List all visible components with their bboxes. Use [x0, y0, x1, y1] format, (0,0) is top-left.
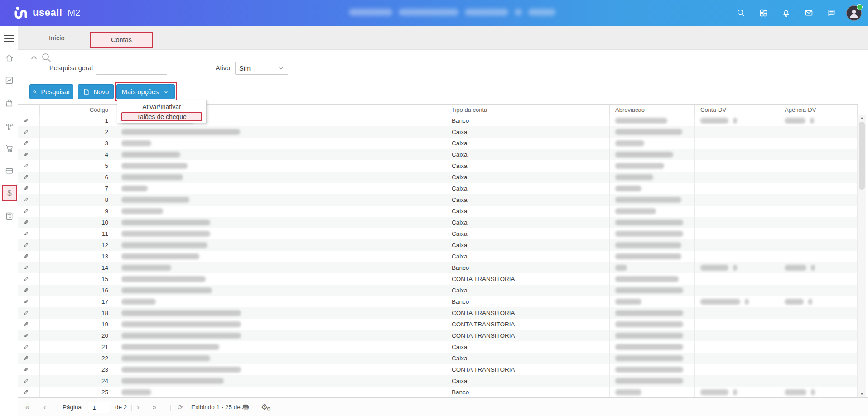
edit-pencil-icon[interactable]: ✎ — [24, 220, 29, 225]
edit-pencil-icon[interactable]: ✎ — [24, 333, 29, 339]
table-row[interactable]: ✎19CONTA TRANSITORIA — [18, 319, 858, 330]
home-icon[interactable] — [0, 50, 18, 66]
column-header-c-digo[interactable]: Código — [40, 105, 116, 115]
menu-item-taloes-de-cheque[interactable]: Talões de cheque — [121, 112, 202, 121]
table-row[interactable]: ✎15CONTA TRANSITORIA — [18, 273, 858, 285]
table-row[interactable]: ✎14Banco — [18, 262, 858, 273]
calculator-icon[interactable] — [0, 208, 18, 224]
filter-search-icon[interactable] — [41, 52, 52, 63]
more-options-button[interactable]: Mais opções — [116, 84, 175, 99]
table-row[interactable]: ✎4Caixa — [18, 149, 858, 160]
settings-gears-icon[interactable]: ⚙⚙ — [261, 398, 271, 416]
cell-abreviacao-redacted — [610, 239, 695, 251]
search-button[interactable]: Pesquisar — [29, 84, 73, 99]
table-row[interactable]: ✎5Caixa — [18, 160, 858, 172]
edit-pencil-icon[interactable]: ✎ — [24, 186, 29, 191]
cell-conta-dv — [695, 273, 779, 285]
scroll-down-icon[interactable]: ▼ — [858, 392, 866, 396]
tab-contas[interactable]: Contas — [90, 32, 153, 48]
vertical-scrollbar[interactable]: ▲ ▼ — [858, 115, 866, 397]
edit-pencil-icon[interactable]: ✎ — [24, 378, 29, 384]
notifications-bell-icon[interactable] — [775, 0, 797, 26]
dollar-icon[interactable]: $ — [2, 185, 17, 201]
table-row[interactable]: ✎21Caixa — [18, 341, 858, 353]
cell-nome-redacted — [116, 307, 446, 319]
bag-icon[interactable] — [0, 95, 18, 110]
edit-pencil-icon[interactable]: ✎ — [24, 367, 29, 373]
prev-page-button[interactable]: ‹ — [43, 398, 46, 416]
new-button[interactable]: Novo — [78, 84, 114, 99]
edit-pencil-icon[interactable]: ✎ — [24, 231, 29, 237]
first-page-button[interactable]: « — [25, 398, 29, 416]
table-row[interactable]: ✎13Caixa — [18, 251, 858, 262]
edit-pencil-icon[interactable]: ✎ — [24, 310, 29, 316]
table-row[interactable]: ✎10Caixa — [18, 217, 858, 228]
edit-pencil-icon[interactable]: ✎ — [24, 208, 29, 214]
table-row[interactable]: ✎6Caixa — [18, 172, 858, 183]
general-search-input[interactable] — [96, 62, 167, 75]
edit-pencil-icon[interactable]: ✎ — [24, 129, 29, 135]
next-page-button[interactable]: › — [137, 398, 140, 416]
edit-pencil-icon[interactable]: ✎ — [24, 242, 29, 248]
redacted-account-name — [121, 231, 210, 237]
active-select[interactable]: Sim — [235, 62, 288, 75]
hamburger-menu-icon[interactable] — [4, 35, 14, 44]
last-page-button[interactable]: » — [152, 398, 156, 416]
tab-inicio[interactable]: Início — [46, 26, 68, 50]
table-row[interactable]: ✎11Caixa — [18, 228, 858, 239]
network-icon[interactable] — [0, 119, 18, 134]
table-row[interactable]: ✎22Caixa — [18, 353, 858, 364]
column-header-ag-ncia-dv[interactable]: Agência-DV — [779, 105, 858, 115]
table-row[interactable]: ✎17Banco — [18, 296, 858, 307]
refresh-icon[interactable]: ⟳ — [178, 398, 183, 416]
table-row[interactable]: ✎16Caixa — [18, 285, 858, 296]
table-row[interactable]: ✎12Caixa — [18, 239, 858, 251]
page-number-input[interactable] — [88, 402, 110, 413]
column-header-conta-dv[interactable]: Conta-DV — [695, 105, 779, 115]
user-avatar[interactable] — [846, 5, 862, 21]
edit-pencil-icon[interactable]: ✎ — [24, 287, 29, 293]
scroll-up-icon[interactable]: ▲ — [858, 116, 866, 120]
table-row[interactable]: ✎3Caixa — [18, 138, 858, 149]
table-row[interactable]: ✎24Caixa — [18, 375, 858, 387]
edit-pencil-icon[interactable]: ✎ — [24, 321, 29, 327]
table-row[interactable]: ✎9Caixa — [18, 206, 858, 217]
table-row[interactable]: ✎23CONTA TRANSITORIA — [18, 364, 858, 375]
card-icon[interactable] — [0, 163, 18, 178]
edit-pencil-icon[interactable]: ✎ — [24, 355, 29, 361]
cell-tipo-da-conta: Caixa — [446, 160, 610, 172]
cart-icon[interactable] — [0, 140, 18, 156]
table-row[interactable]: ✎7Caixa — [18, 183, 858, 194]
edit-pencil-icon[interactable]: ✎ — [24, 389, 29, 395]
menu-item-ativar-inativar[interactable]: Ativar/Inativar — [117, 102, 206, 112]
edit-pencil-icon[interactable]: ✎ — [24, 140, 29, 146]
column-header-abrevia-o[interactable]: Abreviação — [610, 105, 695, 115]
edit-pencil-icon[interactable]: ✎ — [24, 152, 29, 158]
table-row[interactable]: ✎8Caixa — [18, 194, 858, 206]
edit-pencil-icon[interactable]: ✎ — [24, 163, 29, 169]
apps-grid-icon[interactable] — [752, 0, 775, 26]
chat-icon[interactable] — [820, 0, 843, 26]
search-icon[interactable] — [729, 0, 752, 26]
table-row[interactable]: ✎20CONTA TRANSITORIA — [18, 330, 858, 341]
edit-pencil-icon[interactable]: ✎ — [24, 344, 29, 350]
edit-pencil-icon[interactable]: ✎ — [24, 276, 29, 282]
print-icon[interactable] — [242, 398, 250, 416]
cell-abreviacao-redacted — [610, 341, 695, 353]
edit-pencil-icon[interactable]: ✎ — [24, 118, 29, 124]
table-row[interactable]: ✎2Caixa — [18, 126, 858, 138]
edit-pencil-icon[interactable]: ✎ — [24, 197, 29, 203]
edit-pencil-icon[interactable]: ✎ — [24, 174, 29, 180]
edit-pencil-icon[interactable]: ✎ — [24, 265, 29, 271]
edit-pencil-icon[interactable]: ✎ — [24, 253, 29, 259]
redacted-conta-dv — [700, 299, 740, 305]
chart-icon[interactable] — [0, 72, 18, 88]
mail-icon[interactable] — [797, 0, 820, 26]
table-row[interactable]: ✎18CONTA TRANSITORIA — [18, 307, 858, 319]
active-select-value: Sim — [239, 65, 251, 72]
table-row[interactable]: ✎25Banco — [18, 387, 858, 398]
column-header-tipo-da-conta[interactable]: Tipo da conta — [446, 105, 610, 115]
scrollbar-thumb[interactable] — [859, 122, 865, 190]
collapse-panel-icon[interactable] — [30, 53, 38, 62]
edit-pencil-icon[interactable]: ✎ — [24, 299, 29, 305]
